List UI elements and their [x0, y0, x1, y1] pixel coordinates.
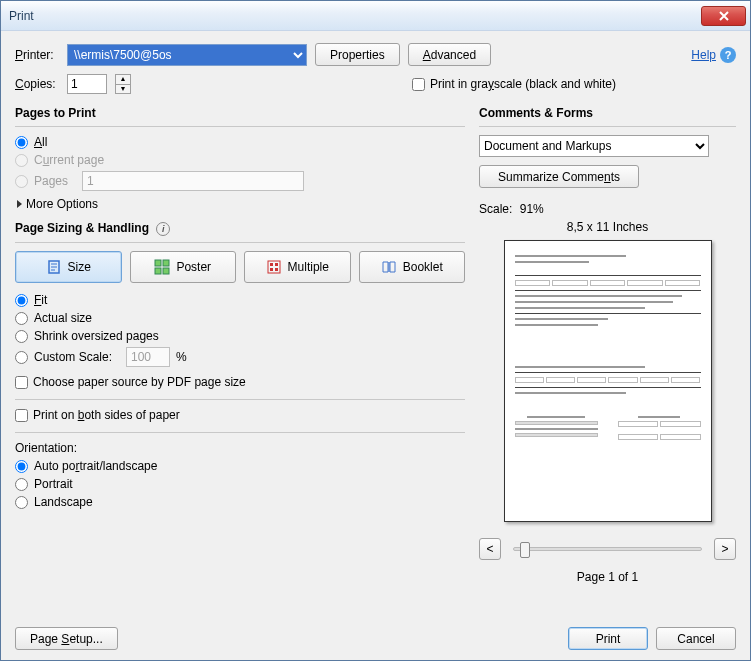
- custom-scale-label: Custom Scale:: [34, 350, 120, 364]
- advanced-button[interactable]: Advanced: [408, 43, 491, 66]
- pages-to-print-title: Pages to Print: [15, 106, 465, 120]
- sizing-title: Page Sizing & Handling i: [15, 221, 465, 236]
- multiple-icon: [266, 259, 282, 275]
- svg-rect-3: [155, 268, 161, 274]
- close-icon: [719, 11, 729, 21]
- custom-scale-input: [126, 347, 170, 367]
- size-icon: [46, 259, 62, 275]
- percent-label: %: [176, 350, 187, 364]
- printer-label: Printer:: [15, 48, 59, 62]
- more-options-toggle[interactable]: More Options: [17, 197, 465, 211]
- fit-radio[interactable]: [15, 294, 28, 307]
- copies-spinner[interactable]: ▲ ▼: [115, 74, 131, 94]
- summarize-comments-button[interactable]: Summarize Comments: [479, 165, 639, 188]
- help-label: Help: [691, 48, 716, 62]
- print-dialog: Print Help ? Printer: \\ermis\7500@5os P…: [0, 0, 751, 661]
- choose-paper-source-label: Choose paper source by PDF page size: [33, 375, 246, 389]
- mode-multiple-button[interactable]: Multiple: [244, 251, 351, 283]
- svg-rect-1: [155, 260, 161, 266]
- pages-current-label: Current page: [34, 153, 104, 167]
- shrink-radio[interactable]: [15, 330, 28, 343]
- both-sides-label: Print on both sides of paper: [33, 408, 180, 422]
- orientation-auto-radio[interactable]: [15, 460, 28, 473]
- mode-poster-button[interactable]: Poster: [130, 251, 237, 283]
- preview-next-button[interactable]: >: [714, 538, 736, 560]
- orientation-landscape-label: Landscape: [34, 495, 93, 509]
- svg-rect-5: [268, 261, 280, 273]
- print-button[interactable]: Print: [568, 627, 648, 650]
- orientation-auto-label: Auto portrait/landscape: [34, 459, 157, 473]
- orientation-portrait-radio[interactable]: [15, 478, 28, 491]
- copies-label: Copies:: [15, 77, 59, 91]
- pages-current-radio: [15, 154, 28, 167]
- spinner-down-icon[interactable]: ▼: [115, 84, 131, 95]
- custom-scale-radio[interactable]: [15, 351, 28, 364]
- grayscale-label: Print in grayscale (black and white): [430, 77, 616, 91]
- fit-label: Fit: [34, 293, 47, 307]
- cancel-button[interactable]: Cancel: [656, 627, 736, 650]
- mode-size-button[interactable]: Size: [15, 251, 122, 283]
- chevron-right-icon: [17, 200, 22, 208]
- close-button[interactable]: [701, 6, 746, 26]
- actual-size-radio[interactable]: [15, 312, 28, 325]
- spinner-up-icon[interactable]: ▲: [115, 74, 131, 84]
- print-preview: [504, 240, 712, 522]
- preview-dimensions: 8,5 x 11 Inches: [479, 220, 736, 234]
- svg-rect-4: [163, 268, 169, 274]
- svg-rect-8: [270, 268, 273, 271]
- choose-paper-source-checkbox[interactable]: [15, 376, 28, 389]
- help-icon: ?: [720, 47, 736, 63]
- titlebar: Print: [1, 1, 750, 31]
- booklet-icon: [381, 259, 397, 275]
- shrink-label: Shrink oversized pages: [34, 329, 159, 343]
- page-indicator: Page 1 of 1: [479, 570, 736, 584]
- preview-prev-button[interactable]: <: [479, 538, 501, 560]
- mode-booklet-button[interactable]: Booklet: [359, 251, 466, 283]
- page-setup-button[interactable]: Page Setup...: [15, 627, 118, 650]
- comments-forms-title: Comments & Forms: [479, 106, 736, 120]
- help-link[interactable]: Help ?: [691, 47, 736, 63]
- scale-label: Scale:: [479, 202, 512, 216]
- info-icon[interactable]: i: [156, 222, 170, 236]
- svg-rect-6: [270, 263, 273, 266]
- poster-icon: [154, 259, 170, 275]
- pages-range-radio: [15, 175, 28, 188]
- printer-select[interactable]: \\ermis\7500@5os: [67, 44, 307, 66]
- pages-all-radio[interactable]: [15, 136, 28, 149]
- actual-size-label: Actual size: [34, 311, 92, 325]
- svg-rect-9: [275, 268, 278, 271]
- svg-rect-2: [163, 260, 169, 266]
- more-options-label: More Options: [26, 197, 98, 211]
- svg-rect-7: [275, 263, 278, 266]
- orientation-portrait-label: Portrait: [34, 477, 73, 491]
- pages-range-label: Pages: [34, 174, 76, 188]
- both-sides-checkbox[interactable]: [15, 409, 28, 422]
- grayscale-checkbox[interactable]: [412, 78, 425, 91]
- copies-input[interactable]: [67, 74, 107, 94]
- properties-button[interactable]: Properties: [315, 43, 400, 66]
- orientation-label: Orientation:: [15, 441, 465, 455]
- preview-slider[interactable]: [513, 547, 702, 551]
- pages-all-label: All: [34, 135, 47, 149]
- pages-range-input: [82, 171, 304, 191]
- scale-value: 91%: [520, 202, 544, 216]
- orientation-landscape-radio[interactable]: [15, 496, 28, 509]
- window-title: Print: [9, 9, 701, 23]
- comments-forms-select[interactable]: Document and Markups: [479, 135, 709, 157]
- slider-thumb[interactable]: [520, 542, 530, 558]
